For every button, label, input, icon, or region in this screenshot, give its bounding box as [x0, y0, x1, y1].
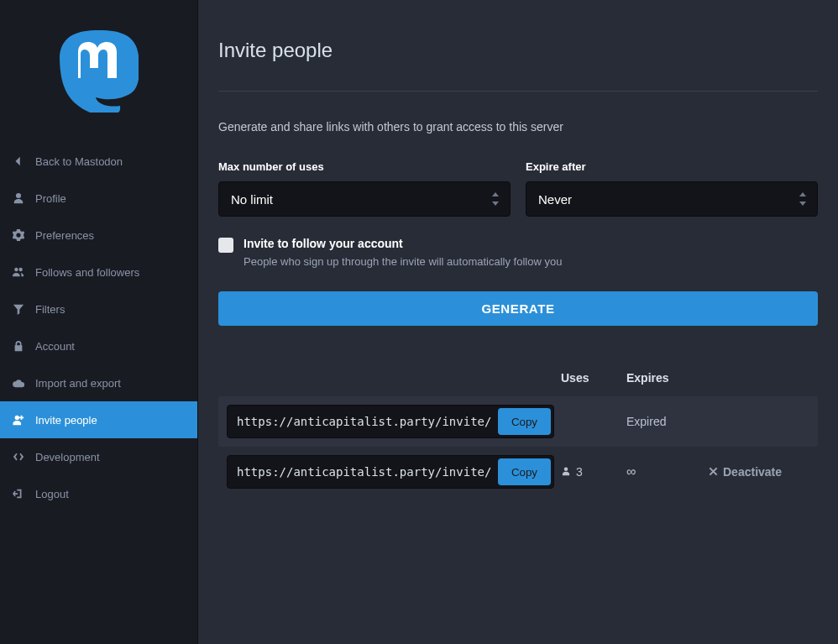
invite-url-input[interactable]	[230, 408, 498, 435]
nav-label: Account	[35, 340, 75, 353]
mastodon-logo-icon	[60, 30, 139, 113]
nav-logout[interactable]: Logout	[0, 475, 197, 512]
max-uses-label: Max number of uses	[218, 160, 511, 173]
page-title: Invite people	[218, 39, 818, 62]
nav-list: Back to Mastodon Profile Preferences Fol…	[0, 143, 197, 512]
user-icon	[12, 191, 25, 205]
users-icon	[12, 265, 25, 279]
form-row: Max number of uses No limit Expire after…	[218, 160, 818, 217]
nav-label: Filters	[35, 303, 65, 316]
expire-after-select[interactable]: Never	[526, 181, 818, 217]
nav-follows[interactable]: Follows and followers	[0, 254, 197, 291]
divider	[218, 91, 818, 92]
uses-count: 3	[576, 465, 583, 479]
nav-label: Logout	[35, 488, 69, 500]
expire-after-label: Expire after	[526, 160, 818, 173]
close-icon	[709, 465, 718, 479]
expires-header: Expires	[626, 371, 702, 385]
page-intro: Generate and share links with others to …	[218, 120, 818, 134]
main-content: Invite people Generate and share links w…	[198, 0, 838, 644]
expire-after-select-input[interactable]: Never	[526, 182, 817, 216]
uses-cell: 3	[561, 465, 620, 479]
generate-button[interactable]: Generate	[218, 291, 818, 326]
auto-follow-checkbox[interactable]	[218, 238, 233, 253]
nav-import-export[interactable]: Import and export	[0, 364, 197, 401]
nav-label: Back to Mastodon	[35, 155, 123, 168]
auto-follow-label: Invite to follow your account	[244, 237, 562, 250]
invite-url-box: Copy	[227, 455, 554, 489]
chevron-left-icon	[12, 154, 25, 168]
logout-icon	[12, 487, 25, 500]
copy-button[interactable]: Copy	[498, 458, 551, 485]
deactivate-button[interactable]: Deactivate	[709, 465, 809, 479]
deactivate-label: Deactivate	[723, 465, 782, 479]
logo	[0, 0, 197, 143]
nav-label: Import and export	[35, 377, 121, 390]
gear-icon	[12, 228, 25, 242]
nav-back-to-mastodon[interactable]: Back to Mastodon	[0, 143, 197, 180]
user-icon	[561, 465, 571, 479]
nav-label: Profile	[35, 192, 66, 205]
cloud-icon	[12, 376, 25, 390]
copy-button[interactable]: Copy	[498, 408, 551, 435]
table-header: Uses Expires	[218, 371, 818, 396]
sidebar: Back to Mastodon Profile Preferences Fol…	[0, 0, 198, 644]
expires-cell: Expired	[626, 415, 702, 428]
max-uses-select[interactable]: No limit	[218, 181, 511, 217]
nav-filters[interactable]: Filters	[0, 291, 197, 327]
invite-url-input[interactable]	[230, 458, 498, 485]
nav-profile[interactable]: Profile	[0, 180, 197, 217]
invites-table: Uses Expires Copy Expired Copy	[218, 371, 818, 497]
nav-label: Preferences	[35, 229, 94, 242]
uses-header: Uses	[561, 371, 620, 385]
nav-label: Invite people	[35, 414, 97, 427]
code-icon	[12, 450, 25, 463]
filter-icon	[12, 302, 25, 316]
table-row: Copy 3 ∞ Deactivate	[218, 447, 818, 497]
max-uses-select-input[interactable]: No limit	[219, 182, 510, 216]
nav-development[interactable]: Development	[0, 438, 197, 475]
user-plus-icon	[12, 413, 25, 427]
invite-url-box: Copy	[227, 405, 554, 438]
auto-follow-desc: People who sign up through the invite wi…	[244, 255, 562, 268]
lock-icon	[12, 339, 25, 353]
nav-preferences[interactable]: Preferences	[0, 217, 197, 254]
nav-label: Development	[35, 451, 100, 463]
nav-label: Follows and followers	[35, 266, 139, 279]
table-row: Copy Expired	[218, 396, 818, 447]
nav-account[interactable]: Account	[0, 327, 197, 364]
nav-invite-people[interactable]: Invite people	[0, 401, 197, 438]
expires-cell: ∞	[626, 464, 702, 479]
